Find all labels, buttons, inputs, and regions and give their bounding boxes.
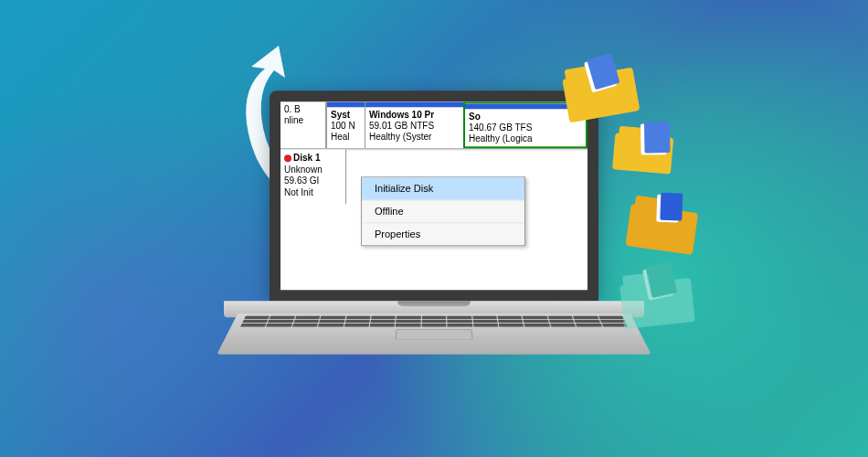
disk-0-status: nline: [284, 115, 322, 126]
partition-size: 100 N: [331, 121, 361, 132]
partition-status: Healthy (Logica: [469, 133, 582, 144]
folder-icon: [612, 125, 674, 174]
disk-0-size: 0. B: [284, 104, 322, 115]
disk-0-info: 0. B nline: [281, 101, 326, 148]
folder-icon: [619, 269, 695, 329]
partition-status: Healthy (Syster: [369, 132, 460, 143]
partition-title: Windows 10 Pr: [369, 110, 460, 121]
laptop-illustration: 0. B nline Syst 100 N Heal Windows 10 Pr…: [224, 90, 644, 377]
disk-management-window: 0. B nline Syst 100 N Heal Windows 10 Pr…: [281, 101, 587, 290]
partition-size: 140.67 GB TFS: [469, 122, 582, 133]
disk-1-info: Disk 1 Unknown 59.63 GI Not Init: [281, 149, 346, 204]
partition-system[interactable]: Syst 100 N Heal: [326, 101, 365, 148]
disk-1-status: Not Init: [284, 187, 342, 199]
menu-properties[interactable]: Properties: [362, 223, 524, 245]
disk-0-row: 0. B nline Syst 100 N Heal Windows 10 Pr…: [281, 101, 587, 149]
partition-title: Syst: [331, 110, 361, 121]
disk-1-name: Disk 1: [293, 153, 320, 163]
menu-initialize-disk[interactable]: Initialize Disk: [362, 177, 524, 200]
partition-status: Heal: [331, 132, 361, 143]
partition-size: 59.01 GB NTFS: [369, 121, 460, 132]
disk-1-type: Unknown: [284, 165, 342, 176]
context-menu: Initialize Disk Offline Properties: [361, 176, 525, 246]
menu-offline[interactable]: Offline: [362, 200, 524, 223]
folder-icon: [625, 195, 699, 255]
partition-windows[interactable]: Windows 10 Pr 59.01 GB NTFS Healthy (Sys…: [365, 101, 463, 148]
laptop-keyboard: [217, 314, 651, 354]
disk-1-size: 59.63 GI: [284, 175, 342, 187]
partition-title: So: [469, 112, 582, 122]
